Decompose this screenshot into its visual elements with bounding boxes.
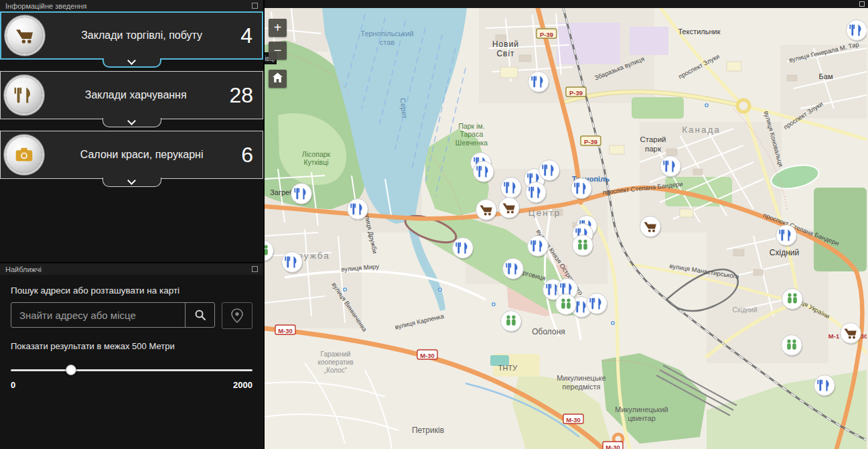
window-restore-icon[interactable]	[859, 1, 865, 7]
expand-chevron-tab[interactable]	[102, 58, 161, 68]
map-label: Оболоня	[532, 327, 565, 336]
category-item-beauty[interactable]: Салони краси, перукарні 6	[0, 131, 263, 179]
slider-minmax: 0 2000	[11, 380, 252, 390]
category-item-trade[interactable]: Заклади торгівлі, побуту 4	[0, 11, 263, 60]
category-count: 4	[240, 23, 262, 48]
window-restore-icon[interactable]	[252, 266, 258, 272]
chevron-down-icon	[127, 176, 136, 185]
sidebar: Інформаційне зведення Заклади торгівлі, …	[0, 0, 265, 449]
map-label: Бам	[819, 72, 833, 80]
search-row	[11, 302, 252, 329]
info-summary-header[interactable]: Інформаційне зведення	[0, 0, 263, 11]
map-label: Парк ім.ТарасаШевченка	[455, 122, 488, 147]
road-shield: М-30	[275, 325, 295, 334]
road-shield: Р-39	[581, 136, 601, 145]
map-topbar	[265, 0, 868, 8]
svg-text:М-30: М-30	[278, 327, 293, 334]
svg-text:М-30: М-30	[605, 444, 620, 449]
slider-track[interactable]	[11, 369, 252, 371]
location-pin-icon	[231, 308, 243, 323]
map-canvas[interactable]: ТернопільськийставСеретНовийСвітТекстиль…	[265, 8, 867, 449]
category-count: 28	[229, 83, 263, 108]
category-list: Заклади торгівлі, побуту 4 Заклади харчу…	[0, 11, 263, 179]
svg-text:М-30: М-30	[566, 416, 581, 424]
chevron-down-icon	[127, 117, 136, 125]
svg-text:М-30: М-30	[420, 352, 435, 359]
map-label: Микулинецькепередмістя	[557, 374, 605, 391]
info-summary-window: Інформаційне зведення Заклади торгівлі, …	[0, 0, 263, 263]
road-shield: М-30	[563, 414, 583, 424]
map-label: Центр	[528, 208, 561, 218]
svg-text:Р-39: Р-39	[569, 89, 583, 97]
category-label: Заклади торгівлі, побуту	[43, 29, 240, 42]
radius-prefix: Показати результати в межах	[11, 341, 129, 351]
category-count: 6	[241, 143, 263, 168]
svg-text:Р-39: Р-39	[584, 138, 597, 145]
map-label: ЛісопаркКутківці	[302, 150, 331, 166]
utensils-icon	[6, 77, 42, 113]
map-label: Канада	[682, 125, 721, 135]
search-box	[11, 302, 215, 328]
map-label: Текстильник	[678, 27, 720, 36]
search-button[interactable]	[185, 303, 214, 327]
map-label: Східний	[770, 248, 799, 257]
category-label: Заклади харчування	[42, 89, 229, 101]
svg-text:Р-39: Р-39	[540, 31, 553, 38]
category-item-food[interactable]: Заклади харчування 28	[0, 71, 263, 119]
slider-handle[interactable]	[66, 365, 76, 375]
info-summary-title: Інформаційне зведення	[5, 2, 87, 10]
search-input[interactable]	[11, 303, 185, 327]
cart-icon	[7, 17, 43, 54]
map-window: ТернопільськийставСеретНовийСвітТекстиль…	[265, 0, 868, 449]
map-label: Східний	[733, 306, 757, 314]
nearest-title: Найближчі	[5, 265, 42, 273]
road-shield: М-30	[417, 350, 437, 359]
slider-max-label: 2000	[233, 380, 252, 390]
road-shield: Р-39	[566, 87, 586, 97]
road-shield: М-30	[603, 442, 623, 449]
expand-chevron-tab[interactable]	[102, 118, 161, 127]
category-label: Салони краси, перукарні	[42, 149, 241, 161]
expand-chevron-tab[interactable]	[102, 178, 161, 187]
map-controls: + −	[269, 19, 287, 88]
zoom-in-button[interactable]: +	[269, 19, 287, 37]
locate-on-map-button[interactable]	[222, 302, 252, 329]
home-icon	[272, 72, 283, 83]
radius-unit: Метри	[149, 341, 174, 351]
search-icon	[194, 309, 206, 321]
chevron-down-icon	[127, 56, 136, 65]
road-shield: Р-39	[536, 29, 557, 38]
slider-min-label: 0	[11, 380, 15, 390]
radius-label: Показати результати в межах 500 Метри	[11, 341, 252, 351]
search-section-label: Пошук адреси або розташувати на карті	[11, 285, 252, 296]
svg-text:М-1: М-1	[828, 332, 840, 340]
radius-slider[interactable]	[11, 365, 252, 375]
zoom-out-button[interactable]: −	[269, 42, 287, 60]
road-shield: М-1	[828, 332, 840, 340]
nearest-header[interactable]: Найближчі	[0, 263, 263, 275]
radius-value: 500	[132, 341, 147, 351]
home-button[interactable]	[269, 70, 287, 88]
window-restore-icon[interactable]	[252, 3, 258, 9]
nearest-window: Найближчі Пошук адреси або розташувати н…	[0, 263, 263, 449]
camera-icon	[6, 137, 42, 173]
map-label: ТНТУ	[498, 364, 518, 372]
map-label: Петриків	[412, 426, 444, 435]
